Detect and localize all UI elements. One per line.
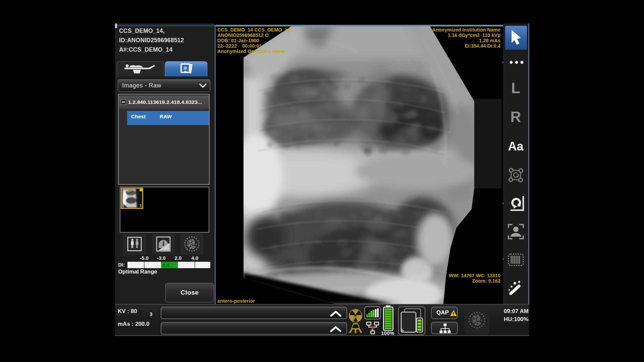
svg-text:antero-posterior: antero-posterior (217, 298, 255, 304)
svg-text:1.28 mAs: 1.28 mAs (479, 38, 500, 43)
svg-text:1.16 dGy*cm2 110 kVp: 1.16 dGy*cm2 110 kVp (448, 33, 500, 38)
svg-text:EI:354.44 DI:0.4: EI:354.44 DI:0.4 (465, 43, 500, 49)
svg-text:Zoom: 0.162: Zoom: 0.162 (472, 278, 500, 284)
svg-text:Anonymized Institution Name: Anonymized Institution Name (432, 27, 500, 33)
svg-text:Anonymized Operators name: Anonymized Operators name (217, 49, 285, 54)
svg-text:CCS_DEMO_14 CCS_DEMO_14: CCS_DEMO_14 CCS_DEMO_14 (217, 27, 290, 33)
svg-text:WW: 14767 WC: 13310: WW: 14767 WC: 13310 (449, 273, 500, 278)
svg-text:1: 1 (140, 203, 142, 207)
svg-text:22--2222 00:00:01: 22--2222 00:00:01 (217, 43, 262, 49)
svg-text:ANONID2596968512 O: ANONID2596968512 O (217, 33, 269, 38)
svg-text:DOB: 01-Jan-1900: DOB: 01-Jan-1900 (217, 38, 259, 43)
